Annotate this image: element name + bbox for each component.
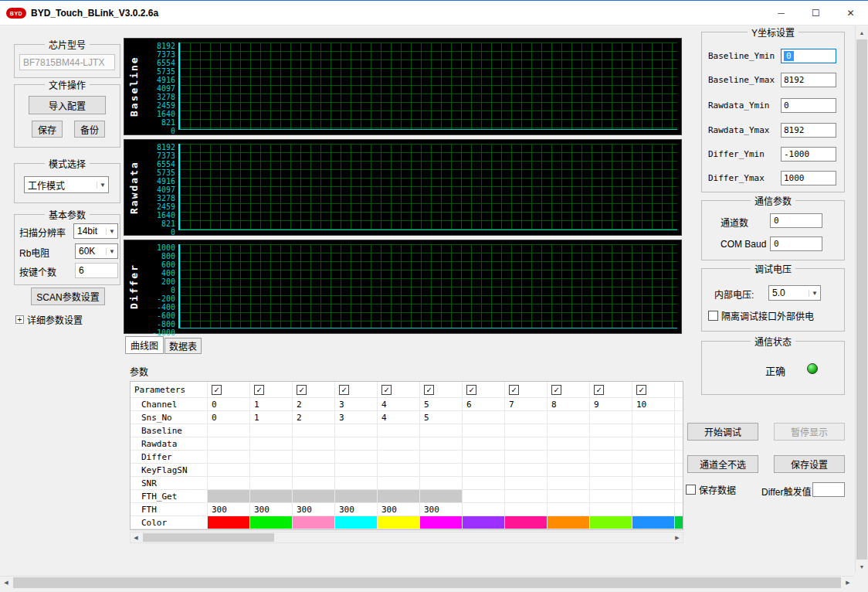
color-swatch xyxy=(632,516,675,529)
pause-display-button[interactable]: 暂停显示 xyxy=(774,423,845,441)
table-cell xyxy=(208,477,250,490)
channel-checkbox[interactable]: ✓ xyxy=(551,385,561,395)
color-swatch xyxy=(505,516,548,529)
rb-resistor-select[interactable]: 60K ▼ xyxy=(75,243,118,259)
rawdata-ymax-input[interactable]: 8192 xyxy=(781,123,836,138)
channel-checkbox[interactable]: ✓ xyxy=(509,385,519,395)
y-axis-tick: 821 xyxy=(161,219,175,228)
differ-ymax-input[interactable]: 1000 xyxy=(781,171,836,185)
vertical-scrollbar-thumb[interactable] xyxy=(856,39,867,560)
chevron-down-icon: ▼ xyxy=(106,228,117,235)
table-cell xyxy=(378,490,420,503)
scan-settings-button[interactable]: SCAN参数设置 xyxy=(31,287,105,305)
byd-logo-icon: BYD xyxy=(6,8,26,19)
scroll-left-icon[interactable]: ◀ xyxy=(0,577,12,589)
channel-checkbox[interactable]: ✓ xyxy=(636,385,646,395)
channel-checkbox[interactable]: ✓ xyxy=(297,385,307,395)
table-cell[interactable]: 5 xyxy=(420,398,463,411)
horizontal-scrollbar-thumb[interactable] xyxy=(13,577,841,588)
table-cell[interactable]: 3 xyxy=(335,398,378,411)
rawdata-ymin-input[interactable]: 0 xyxy=(781,98,836,113)
save-data-checkbox[interactable] xyxy=(686,485,696,495)
table-cell: ✓ xyxy=(250,382,293,398)
deselect-all-channels-button[interactable]: 通道全不选 xyxy=(687,455,758,473)
detail-settings-tree-node[interactable]: + 详细参数设置 xyxy=(15,313,83,326)
table-cell[interactable]: 8 xyxy=(548,398,590,411)
color-swatch xyxy=(208,516,250,529)
y-axis-tick: 800 xyxy=(161,252,175,260)
table-cell[interactable]: 5 xyxy=(420,411,463,424)
table-cell[interactable]: 9 xyxy=(590,398,632,411)
table-cell[interactable]: 0 xyxy=(208,398,250,411)
table-cell[interactable]: 7 xyxy=(505,398,548,411)
table-cell[interactable]: 300 xyxy=(250,503,293,516)
channel-checkbox[interactable]: ✓ xyxy=(594,385,604,395)
backup-button[interactable]: 备份 xyxy=(74,121,105,138)
tab-data-table[interactable]: 数据表 xyxy=(164,338,202,354)
table-cell[interactable]: 300 xyxy=(335,503,378,516)
horizontal-scrollbar[interactable]: ◀ ▶ xyxy=(0,576,854,589)
minimize-button[interactable]: ─ xyxy=(764,1,798,26)
tab-curve-chart[interactable]: 曲线图 xyxy=(125,336,164,354)
table-cell[interactable]: 1 xyxy=(250,411,293,424)
table-cell[interactable]: 3 xyxy=(335,411,378,424)
differ-ymin-input[interactable]: -1000 xyxy=(781,147,836,162)
table-cell[interactable]: 300 xyxy=(378,503,420,516)
work-mode-select[interactable]: 工作模式 ▼ xyxy=(24,176,109,193)
baseline-ymin-input[interactable]: 0 xyxy=(781,49,836,63)
com-baud-field[interactable]: 0 xyxy=(770,236,822,251)
table-cell xyxy=(590,424,632,437)
isolate-power-checkbox[interactable] xyxy=(708,311,718,321)
channel-checkbox[interactable]: ✓ xyxy=(466,385,476,395)
y-axis-tick: 0 xyxy=(171,127,175,135)
baseline-ymax-input[interactable]: 8192 xyxy=(781,73,836,87)
table-cell[interactable]: 4 xyxy=(378,398,420,411)
table-cell[interactable]: 1 xyxy=(250,398,293,411)
table-cell xyxy=(463,437,505,451)
start-debug-button[interactable]: 开始调试 xyxy=(687,423,758,441)
table-cell[interactable]: 6 xyxy=(463,398,505,411)
differ-trigger-input[interactable] xyxy=(812,482,845,497)
scan-resolution-select[interactable]: 14bit ▼ xyxy=(73,223,118,239)
table-cell[interactable]: 300 xyxy=(208,503,250,516)
internal-voltage-select[interactable]: 5.0 ▼ xyxy=(768,285,821,301)
table-cell[interactable]: 300 xyxy=(420,503,463,516)
table-cell xyxy=(548,411,590,424)
table-cell[interactable]: 300 xyxy=(293,503,335,516)
table-cell: ✓ xyxy=(208,382,250,398)
save-button[interactable]: 保存 xyxy=(32,121,63,138)
table-scrollbar-thumb[interactable] xyxy=(143,533,274,542)
channel-checkbox[interactable]: ✓ xyxy=(254,385,264,395)
expand-icon[interactable]: + xyxy=(15,315,24,324)
chevron-down-icon: ▼ xyxy=(97,182,108,189)
rb-resistor-label: Rb电阻 xyxy=(19,246,49,259)
key-count-field[interactable]: 6 xyxy=(75,263,118,278)
table-cell[interactable]: 4 xyxy=(378,411,420,424)
scroll-down-icon[interactable]: ▼ xyxy=(856,560,868,573)
table-horizontal-scrollbar[interactable]: ◀ ▶ xyxy=(130,532,683,543)
table-cell[interactable]: 2 xyxy=(293,398,335,411)
import-config-button[interactable]: 导入配置 xyxy=(29,96,106,114)
scroll-up-icon[interactable]: ▲ xyxy=(856,26,868,39)
table-cell xyxy=(463,503,505,516)
table-cell xyxy=(420,437,463,451)
scroll-right-icon[interactable]: ▶ xyxy=(842,577,854,589)
table-cell: ✓ xyxy=(378,382,420,398)
table-cell[interactable]: 2 xyxy=(293,411,335,424)
close-button[interactable]: ✕ xyxy=(833,1,868,26)
channel-checkbox[interactable]: ✓ xyxy=(339,385,349,395)
vertical-scrollbar[interactable]: ▲ ▼ xyxy=(855,26,868,573)
scroll-right-icon[interactable]: ▶ xyxy=(672,532,683,543)
table-cell[interactable]: 10 xyxy=(632,398,675,411)
channel-checkbox[interactable]: ✓ xyxy=(424,385,434,395)
maximize-button[interactable]: ☐ xyxy=(798,1,833,26)
save-settings-button[interactable]: 保存设置 xyxy=(774,455,845,473)
table-row-fth_get: FTH_Get xyxy=(131,490,683,503)
baseline-ymin-label: Baseline_Ymin xyxy=(708,51,775,61)
table-cell[interactable]: 0 xyxy=(208,411,250,424)
row-header: KeyFlagSN xyxy=(131,464,208,477)
channel-checkbox[interactable]: ✓ xyxy=(381,385,392,395)
channel-checkbox[interactable]: ✓ xyxy=(212,385,222,395)
channel-count-field[interactable]: 0 xyxy=(770,213,822,228)
scroll-left-icon[interactable]: ◀ xyxy=(131,532,141,543)
